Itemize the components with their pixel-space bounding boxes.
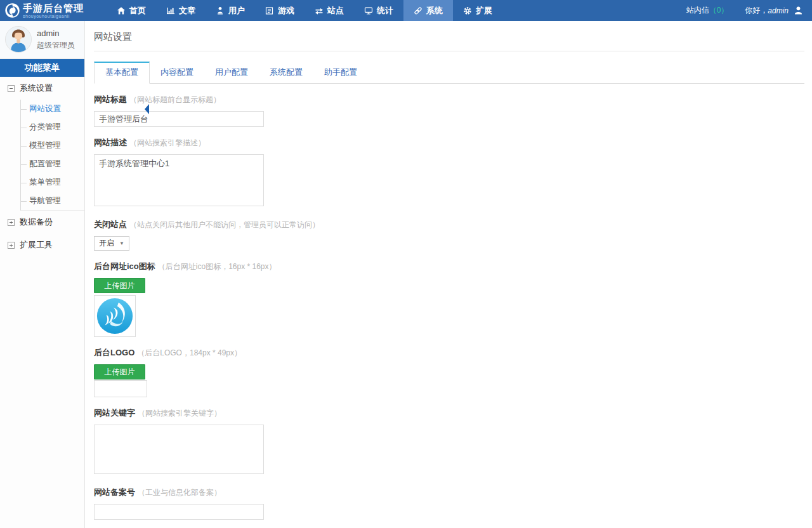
- submenu-label: 分类管理: [29, 122, 61, 131]
- field-label: 网站标题: [94, 95, 127, 104]
- site-desc-label: 网站描述（网站搜索引擎描述）: [94, 137, 804, 148]
- field-hint: （后台LOGO，184px * 49px）: [137, 348, 242, 357]
- sidebar-item-menu-management[interactable]: 菜单管理: [21, 173, 84, 192]
- field-label: 网站备案号: [94, 487, 135, 497]
- keywords-textarea[interactable]: [94, 425, 264, 474]
- keywords-label: 网站关键字（网站搜索引擎关键字）: [94, 407, 804, 419]
- brand-logo[interactable]: 手游后台管理 shouyouhoutaiguanli: [0, 0, 89, 21]
- share-arrows-icon: [315, 6, 324, 15]
- topbar: 手游后台管理 shouyouhoutaiguanli 首页 文章 用户 游戏 站…: [0, 0, 812, 21]
- top-nav: 首页 文章 用户 游戏 站点 统计 系统 扩展: [107, 0, 502, 21]
- site-title-input[interactable]: [94, 111, 264, 127]
- close-site-selected-value: 开启: [99, 238, 114, 249]
- messages-link[interactable]: 站内信（0）: [686, 5, 729, 16]
- close-site-label: 关闭站点（站点关闭后其他用户不能访问，管理员可以正常访问）: [94, 219, 804, 230]
- field-label: 后台网址ico图标: [94, 261, 155, 271]
- nav-item-sites[interactable]: 站点: [304, 0, 354, 21]
- submenu-label: 配置管理: [29, 159, 61, 168]
- nav-item-articles[interactable]: 文章: [156, 0, 206, 21]
- menu-group-extension-tools: 扩展工具: [0, 234, 84, 256]
- home-icon: [117, 6, 126, 15]
- menu-group-data-backup: 数据备份: [0, 211, 84, 234]
- chevron-down-icon: ▼: [119, 241, 124, 246]
- site-settings-form: 网站标题（网站标题前台显示标题） 网站描述（网站搜索引擎描述） 手游系统管理中心…: [94, 94, 804, 528]
- menu-group-toggle-extension-tools[interactable]: 扩展工具: [0, 234, 84, 256]
- menu-group-toggle-system-settings[interactable]: 系统设置: [0, 77, 84, 100]
- messages-label: 站内信: [686, 6, 709, 15]
- menu-group-label: 数据备份: [20, 216, 53, 228]
- ico-label: 后台网址ico图标（后台网址ico图标，16px * 16px）: [94, 261, 804, 272]
- field-hint: （工业与信息化部备案）: [138, 488, 221, 497]
- user-silhouette-icon: [794, 6, 803, 15]
- menu-group-label: 扩展工具: [20, 239, 53, 251]
- topbar-right: 站内信（0） 你好， admin: [686, 0, 812, 21]
- field-label: 关闭站点: [94, 220, 127, 229]
- tab-helper-config[interactable]: 助手配置: [313, 62, 368, 84]
- nav-label: 统计: [377, 5, 393, 16]
- nav-label: 首页: [129, 5, 146, 16]
- brand-text: 手游后台管理 shouyouhoutaiguanli: [23, 3, 84, 18]
- nav-label: 扩展: [476, 5, 492, 16]
- nav-item-system[interactable]: 系统: [403, 0, 453, 21]
- field-label: 后台LOGO: [94, 348, 134, 357]
- link-icon: [414, 6, 422, 15]
- collapse-minus-icon: [8, 85, 15, 92]
- submenu-label: 导航管理: [29, 196, 61, 205]
- brand-subtitle: shouyouhoutaiguanli: [23, 14, 84, 18]
- username-text: admin: [768, 6, 789, 15]
- upload-logo-button[interactable]: 上传图片: [94, 364, 145, 380]
- bar-chart-icon: [166, 6, 175, 15]
- sidebar-item-model-management[interactable]: 模型管理: [21, 136, 84, 155]
- nav-item-extensions[interactable]: 扩展: [453, 0, 502, 21]
- nav-label: 系统: [426, 5, 443, 16]
- nav-item-games[interactable]: 游戏: [255, 0, 304, 21]
- brand-title: 手游后台管理: [23, 3, 84, 13]
- game-icon: [265, 6, 274, 15]
- main-content: 网站设置 基本配置 内容配置 用户配置 系统配置 助手配置 网站标题（网站标题前…: [85, 21, 812, 528]
- icp-label: 网站备案号（工业与信息化部备案）: [94, 487, 804, 498]
- field-hint: （站点关闭后其他用户不能访问，管理员可以正常访问）: [129, 220, 320, 229]
- profile-card: admin 超级管理员: [0, 21, 84, 59]
- icp-input[interactable]: [94, 504, 264, 520]
- field-label: 网站关键字: [94, 408, 135, 418]
- submenu-label: 模型管理: [29, 141, 61, 150]
- nav-label: 站点: [327, 5, 344, 16]
- field-hint: （后台网址ico图标，16px * 16px）: [158, 262, 277, 271]
- tab-user-config[interactable]: 用户配置: [204, 62, 259, 84]
- nav-label: 文章: [179, 5, 195, 16]
- sidebar-item-config-management[interactable]: 配置管理: [21, 155, 84, 173]
- tab-system-config[interactable]: 系统配置: [259, 62, 313, 84]
- nav-item-home[interactable]: 首页: [107, 0, 156, 21]
- user-menu[interactable]: 你好， admin: [745, 5, 803, 16]
- brand-swirl-icon: [4, 3, 20, 18]
- nav-label: 用户: [228, 5, 245, 16]
- nav-item-stats[interactable]: 统计: [354, 0, 403, 21]
- expand-plus-icon: [8, 242, 15, 249]
- field-hint: （网站标题前台显示标题）: [129, 95, 221, 104]
- menu-group-toggle-data-backup[interactable]: 数据备份: [0, 211, 84, 234]
- menu-group-label: 系统设置: [20, 82, 53, 94]
- monitor-icon: [364, 6, 373, 15]
- upload-ico-button[interactable]: 上传图片: [94, 278, 145, 293]
- submenu-label: 网站设置: [29, 104, 61, 113]
- close-site-select[interactable]: 开启 ▼: [94, 236, 129, 251]
- nav-item-users[interactable]: 用户: [206, 0, 255, 21]
- field-hint: （网站搜索引擎关键字）: [138, 409, 221, 418]
- profile-username: admin: [37, 28, 75, 40]
- sidebar-item-nav-management[interactable]: 导航管理: [21, 192, 84, 210]
- site-ico-image: [95, 296, 134, 336]
- active-item-arrow-icon: [145, 104, 149, 114]
- sidebar-item-category-management[interactable]: 分类管理: [21, 118, 84, 136]
- logo-preview-empty: [94, 380, 147, 397]
- field-hint: （网站搜索引擎描述）: [129, 138, 206, 147]
- submenu-system-settings: 网站设置 分类管理 模型管理 配置管理 菜单管理 导航管理: [20, 100, 84, 211]
- tab-content-config[interactable]: 内容配置: [150, 62, 204, 84]
- menu-header: 功能菜单: [0, 59, 84, 77]
- sidebar-item-site-settings[interactable]: 网站设置: [21, 100, 84, 118]
- tab-basic-config[interactable]: 基本配置: [94, 62, 150, 84]
- menu-group-system-settings: 系统设置 网站设置 分类管理 模型管理 配置管理 菜单管理 导航管理: [0, 77, 84, 211]
- config-tabs: 基本配置 内容配置 用户配置 系统配置 助手配置: [94, 62, 804, 84]
- site-desc-textarea[interactable]: 手游系统管理中心1: [94, 154, 264, 206]
- nav-label: 游戏: [278, 5, 294, 16]
- site-title-label: 网站标题（网站标题前台显示标题）: [94, 94, 804, 105]
